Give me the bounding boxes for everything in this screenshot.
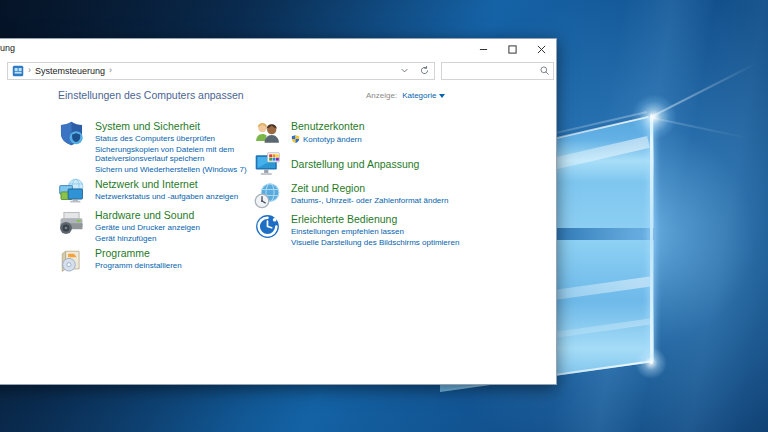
category-title-link[interactable]: Zeit und Region	[291, 182, 448, 195]
view-selector-value: Kategorie	[402, 91, 436, 100]
category-text: Erleichterte BedienungEinstellungen empf…	[291, 213, 459, 247]
category-title-link[interactable]: Netzwerk und Internet	[95, 178, 238, 191]
category-programs: ProgrammeProgramm deinstallieren	[58, 247, 258, 274]
task-link[interactable]: Kontotyp ändern	[291, 134, 365, 145]
control-panel-icon[interactable]	[12, 65, 24, 77]
category-title-link[interactable]: Programme	[95, 247, 182, 260]
category-clock-region: Zeit und RegionDatums-, Uhrzeit- oder Za…	[254, 182, 490, 209]
task-link[interactable]: Datums-, Uhrzeit- oder Zahlenformat ände…	[291, 196, 448, 206]
window-title: Systemsteuerung	[0, 43, 15, 53]
magnifier-icon[interactable]	[539, 65, 550, 76]
maximize-button[interactable]	[498, 39, 527, 59]
hardware-icon[interactable]	[58, 209, 85, 236]
category-hardware: Hardware und SoundGeräte und Drucker anz…	[58, 209, 258, 243]
control-panel-content: Einstellungen des Computers anpassen Anz…	[0, 82, 556, 384]
view-selector-label: Anzeige:	[366, 91, 397, 100]
control-panel-window: Systemsteuerung › Systemsteuerung ›	[0, 38, 557, 385]
category-system-security: System und SicherheitStatus des Computer…	[58, 120, 258, 174]
task-link[interactable]: Einstellungen empfehlen lassen	[291, 227, 459, 237]
category-network: Netzwerk und InternetNetzwerkstatus und …	[58, 178, 258, 205]
category-text: BenutzerkontenKontotyp ändern	[291, 120, 365, 147]
category-text: Zeit und RegionDatums-, Uhrzeit- oder Za…	[291, 182, 448, 209]
category-column-left: System und SicherheitStatus des Computer…	[58, 120, 258, 278]
close-button[interactable]	[527, 39, 556, 59]
breadcrumb-separator: ›	[28, 66, 31, 75]
category-user-accounts: BenutzerkontenKontotyp ändern	[254, 120, 490, 147]
category-text: Darstellung und Anpassung	[291, 158, 419, 172]
refresh-button[interactable]	[416, 63, 432, 78]
category-text: ProgrammeProgramm deinstallieren	[95, 247, 182, 274]
category-title-link[interactable]: System und Sicherheit	[95, 120, 258, 133]
breadcrumb-separator: ›	[109, 66, 112, 75]
close-icon	[537, 45, 546, 54]
chevron-down-icon	[439, 94, 445, 98]
category-title-link[interactable]: Benutzerkonten	[291, 120, 365, 133]
screen: { "colors": { "heading_blue": "#4a6593",…	[0, 0, 768, 432]
task-link[interactable]: Status des Computers überprüfen	[95, 134, 258, 144]
network-icon[interactable]	[58, 178, 85, 205]
category-text: System und SicherheitStatus des Computer…	[95, 120, 258, 174]
category-appearance: Darstellung und Anpassung	[254, 151, 490, 178]
appearance-icon[interactable]	[254, 151, 281, 178]
address-bar[interactable]: › Systemsteuerung ›	[7, 62, 435, 80]
history-dropdown-button[interactable]	[396, 63, 412, 78]
category-text: Hardware und SoundGeräte und Drucker anz…	[95, 209, 200, 243]
page-title: Einstellungen des Computers anpassen	[58, 89, 244, 101]
uac-shield-icon	[291, 134, 300, 144]
user-accounts-icon[interactable]	[254, 120, 281, 147]
category-title-link[interactable]: Erleichterte Bedienung	[291, 213, 459, 226]
window-controls	[469, 39, 556, 59]
task-link[interactable]: Visuelle Darstellung des Bildschirms opt…	[291, 238, 459, 248]
minimize-icon	[479, 45, 488, 54]
view-selector-dropdown[interactable]: Kategorie	[402, 91, 445, 100]
category-title-link[interactable]: Hardware und Sound	[95, 209, 200, 222]
search-box[interactable]	[441, 62, 554, 80]
category-title-link[interactable]: Darstellung und Anpassung	[291, 158, 419, 171]
task-link[interactable]: Sicherungskopien von Dateien mit dem Dat…	[95, 145, 258, 164]
category-column-right: BenutzerkontenKontotyp ändernDarstellung…	[254, 120, 490, 251]
task-link[interactable]: Sichern und Wiederherstellen (Windows 7)	[95, 165, 258, 175]
task-link[interactable]: Geräte und Drucker anzeigen	[95, 223, 200, 233]
task-link[interactable]: Netzwerkstatus und -aufgaben anzeigen	[95, 192, 238, 202]
lens-flare-top	[631, 94, 677, 140]
search-input[interactable]	[447, 65, 539, 77]
title-bar[interactable]: Systemsteuerung	[0, 39, 556, 59]
breadcrumb-systemsteuerung[interactable]: Systemsteuerung	[35, 66, 105, 76]
category-text: Netzwerk und InternetNetzwerkstatus und …	[95, 178, 238, 205]
task-link[interactable]: Gerät hinzufügen	[95, 234, 200, 244]
task-link[interactable]: Programm deinstallieren	[95, 261, 182, 271]
clock-region-icon[interactable]	[254, 182, 281, 209]
ease-of-access-icon[interactable]	[254, 213, 281, 240]
view-selector: Anzeige: Kategorie	[366, 91, 445, 100]
minimize-button[interactable]	[469, 39, 498, 59]
system-security-icon[interactable]	[58, 120, 85, 147]
category-ease-of-access: Erleichterte BedienungEinstellungen empf…	[254, 213, 490, 247]
maximize-icon	[508, 45, 517, 54]
programs-icon[interactable]	[58, 247, 85, 274]
lens-flare-bottom	[635, 347, 667, 379]
windows-logo-right-edge	[650, 114, 653, 364]
toolbar-row: › Systemsteuerung ›	[0, 59, 556, 82]
